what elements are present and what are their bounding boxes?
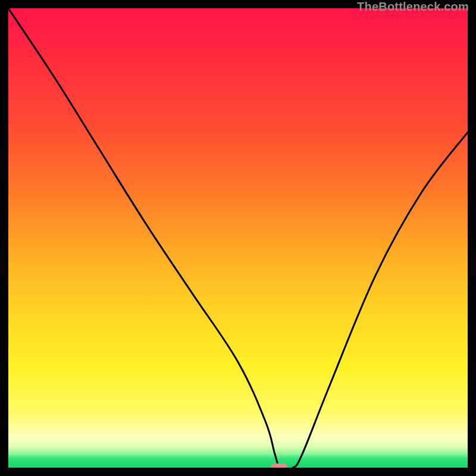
min-marker bbox=[271, 464, 287, 468]
plot-area bbox=[8, 8, 468, 468]
bottleneck-curve bbox=[8, 8, 468, 468]
curve-layer bbox=[8, 8, 468, 468]
chart-frame: TheBottleneck.com bbox=[0, 0, 476, 476]
watermark-text: TheBottleneck.com bbox=[357, 0, 469, 14]
